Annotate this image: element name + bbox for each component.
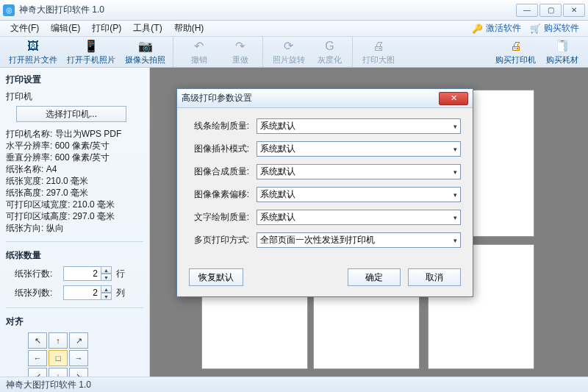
menu-tools[interactable]: 工具(T) bbox=[127, 21, 168, 36]
rows-down[interactable]: ▼ bbox=[101, 274, 112, 281]
dialog-title: 高级打印参数设置 bbox=[182, 92, 439, 104]
window-titlebar: ◎ 神奇大图打印软件 1.0 — ▢ ✕ bbox=[0, 0, 588, 21]
info-vres: 垂直分辨率: 600 像素/英寸 bbox=[6, 152, 143, 163]
align-tl[interactable]: ↖ bbox=[28, 332, 47, 349]
restore-defaults-label: 恢复默认 bbox=[198, 271, 234, 284]
tool-print-big[interactable]: 🖨 打印大图 bbox=[357, 37, 400, 67]
chevron-down-icon: ▾ bbox=[453, 214, 457, 221]
app-icon: ◎ bbox=[3, 4, 15, 16]
row0-combo[interactable]: 系统默认▾ bbox=[257, 118, 461, 134]
chevron-down-icon: ▾ bbox=[453, 168, 457, 176]
tool-camera[interactable]: 📷 摄像头拍照 bbox=[121, 37, 173, 67]
printer-icon: 🖨 bbox=[371, 39, 386, 54]
dialog-buttons: 恢复默认 确定 取消 bbox=[177, 261, 473, 296]
row3-combo[interactable]: 系统默认▾ bbox=[257, 187, 461, 202]
tool-grayscale[interactable]: G 灰度化 bbox=[310, 37, 353, 67]
info-orientation: 纸张方向: 纵向 bbox=[6, 222, 143, 234]
section-paper-count: 纸张数量 bbox=[6, 249, 143, 262]
supplies-icon: 🧻 bbox=[555, 39, 570, 54]
maximize-button[interactable]: ▢ bbox=[539, 4, 562, 17]
menu-help[interactable]: 帮助(H) bbox=[168, 21, 210, 36]
cols-spinner[interactable]: ▲▼ bbox=[63, 285, 112, 300]
status-bar: 神奇大图打印软件 1.0 bbox=[0, 377, 588, 392]
select-printer-button[interactable]: 选择打印机... bbox=[16, 106, 126, 122]
tool-open-phone-label: 打开手机照片 bbox=[67, 54, 115, 65]
menu-file[interactable]: 文件(F) bbox=[4, 21, 45, 36]
align-tr[interactable]: ↗ bbox=[69, 332, 88, 349]
dialog-titlebar: 高级打印参数设置 ✕ bbox=[177, 89, 473, 108]
cols-down[interactable]: ▼ bbox=[101, 293, 112, 300]
close-button[interactable]: ✕ bbox=[563, 4, 585, 17]
dialog-close-button[interactable]: ✕ bbox=[439, 92, 468, 105]
rows-input[interactable] bbox=[63, 266, 101, 281]
activate-link[interactable]: 🔑 激活软件 bbox=[467, 22, 526, 35]
ok-label: 确定 bbox=[365, 271, 383, 284]
align-grid: ↖ ↑ ↗ ← □ → ↙ ↓ ↘ bbox=[28, 332, 143, 377]
row0-label: 线条绘制质量: bbox=[189, 120, 257, 132]
cancel-button[interactable]: 取消 bbox=[408, 268, 461, 286]
align-ml[interactable]: ← bbox=[28, 350, 47, 366]
menu-print[interactable]: 打印(P) bbox=[86, 21, 127, 36]
status-text: 神奇大图打印软件 1.0 bbox=[6, 379, 91, 391]
row1-value: 系统默认 bbox=[260, 143, 295, 155]
tool-redo[interactable]: ↷ 重做 bbox=[220, 37, 263, 67]
tool-rotate[interactable]: ⟳ 照片旋转 bbox=[268, 37, 310, 67]
image-icon: 🖼 bbox=[26, 39, 40, 54]
menu-bar: 文件(F) 编辑(E) 打印(P) 工具(T) 帮助(H) 🔑 激活软件 🛒 购… bbox=[0, 21, 588, 37]
info-print-h: 可打印区域高度: 297.0 毫米 bbox=[6, 210, 143, 222]
tool-buy-printer-label: 购买打印机 bbox=[495, 54, 536, 65]
rows-label: 纸张行数: bbox=[15, 268, 59, 280]
menu-edit[interactable]: 编辑(E) bbox=[45, 21, 86, 36]
grayscale-icon: G bbox=[323, 39, 337, 54]
row0-value: 系统默认 bbox=[260, 120, 295, 132]
align-br[interactable]: ↘ bbox=[69, 368, 88, 377]
row3-label: 图像像素偏移: bbox=[189, 188, 257, 201]
key-icon: 🔑 bbox=[472, 24, 483, 34]
align-tc[interactable]: ↑ bbox=[49, 332, 68, 349]
chevron-down-icon: ▾ bbox=[453, 146, 457, 153]
cols-label: 纸张列数: bbox=[15, 287, 59, 299]
tool-buy-supplies[interactable]: 🧻 购买耗材 bbox=[541, 37, 584, 67]
tool-buy-printer[interactable]: 🖨 购买打印机 bbox=[491, 37, 541, 67]
ok-button[interactable]: 确定 bbox=[348, 268, 401, 286]
align-mc[interactable]: □ bbox=[49, 350, 68, 366]
tool-open-image[interactable]: 🖼 打开照片文件 bbox=[4, 37, 62, 67]
select-printer-label: 选择打印机... bbox=[46, 108, 97, 121]
cols-input[interactable] bbox=[63, 285, 101, 300]
align-mr[interactable]: → bbox=[69, 350, 88, 366]
cart-icon: 🛒 bbox=[530, 24, 541, 34]
info-printer-name: 打印机名称: 导出为WPS PDF bbox=[6, 128, 143, 140]
tool-open-image-label: 打开照片文件 bbox=[9, 54, 57, 65]
section-align: 对齐 bbox=[6, 316, 143, 328]
rows-up[interactable]: ▲ bbox=[101, 266, 112, 274]
row4-combo[interactable]: 系统默认▾ bbox=[257, 210, 461, 225]
tool-open-phone[interactable]: 📱 打开手机照片 bbox=[62, 37, 121, 67]
sidebar: 打印设置 打印机 选择打印机... 打印机名称: 导出为WPS PDF 水平分辨… bbox=[0, 68, 150, 377]
chevron-down-icon: ▾ bbox=[453, 237, 457, 244]
restore-defaults-button[interactable]: 恢复默认 bbox=[189, 268, 243, 286]
buy-link[interactable]: 🛒 购买软件 bbox=[526, 22, 584, 35]
row2-combo[interactable]: 系统默认▾ bbox=[257, 164, 461, 179]
row5-combo[interactable]: 全部页面一次性发送到打印机▾ bbox=[257, 232, 461, 248]
tool-rotate-label: 照片旋转 bbox=[273, 54, 305, 65]
activate-label: 激活软件 bbox=[486, 22, 521, 35]
printer-heading: 打印机 bbox=[6, 90, 143, 103]
printer-buy-icon: 🖨 bbox=[509, 39, 523, 54]
window-title: 神奇大图打印软件 1.0 bbox=[19, 4, 514, 16]
info-paper-h: 纸张高度: 297.0 毫米 bbox=[6, 187, 143, 199]
align-bl[interactable]: ↙ bbox=[28, 368, 47, 377]
chevron-down-icon: ▾ bbox=[453, 191, 457, 199]
tool-undo[interactable]: ↶ 撤销 bbox=[178, 37, 220, 67]
tool-undo-label: 撤销 bbox=[191, 54, 207, 65]
minimize-button[interactable]: — bbox=[516, 4, 538, 17]
cols-row: 纸张列数: ▲▼ 列 bbox=[6, 285, 143, 300]
row1-combo[interactable]: 系统默认▾ bbox=[257, 141, 461, 157]
info-paper-name: 纸张名称: A4 bbox=[6, 163, 143, 175]
cols-up[interactable]: ▲ bbox=[101, 285, 112, 293]
rows-spinner[interactable]: ▲▼ bbox=[63, 266, 112, 281]
rows-row: 纸张行数: ▲▼ 行 bbox=[6, 266, 143, 281]
advanced-print-dialog: 高级打印参数设置 ✕ 线条绘制质量:系统默认▾ 图像插补模式:系统默认▾ 图像合… bbox=[176, 88, 473, 297]
window-buttons: — ▢ ✕ bbox=[514, 4, 585, 17]
row2-value: 系统默认 bbox=[260, 165, 295, 178]
align-bc[interactable]: ↓ bbox=[49, 368, 68, 377]
